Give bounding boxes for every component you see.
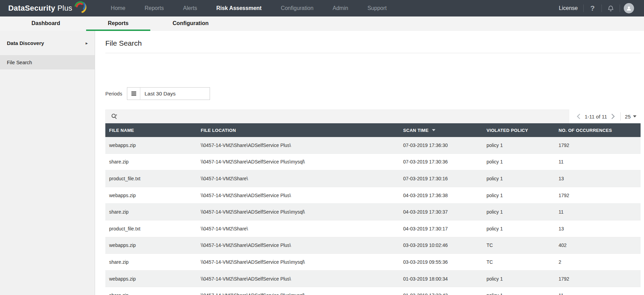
periods-label: Periods [105,91,122,97]
cell-violated-policy: policy 1 [487,176,559,181]
cell-violated-policy: policy 1 [487,276,559,282]
top-navbar: DataSecurity Plus Home Reports Alerts Ri… [0,0,644,16]
previous-page-icon[interactable] [574,114,583,119]
cell-scan-time: 01-03-2019 18:00:34 [403,276,487,282]
sidebar: Data Discovery ▸ File Search [0,31,95,295]
cell-file-location: \\0457-14-VM2\Share\ [201,176,403,181]
secondary-tabs: Dashboard Reports Configuration [0,16,644,31]
next-page-icon[interactable] [608,114,618,119]
topnav-item[interactable]: Home [101,0,135,16]
topnav-item[interactable]: Admin [323,0,358,16]
table-row: product_file.txt \\0457-14-VM2\Share\ 07… [105,170,641,187]
secondary-tab[interactable]: Dashboard [14,16,78,31]
topnav-item[interactable]: Risk Assessment [207,0,271,16]
secondary-tab[interactable]: Configuration [159,16,223,31]
cell-file-name: share.zip [105,259,201,265]
app-logo-text: DataSecurity Plus [8,4,72,13]
sidebar-item-file-search[interactable]: File Search [0,56,95,69]
cell-occurrences: 402 [559,242,641,248]
table-row: share.zip \\0457-14-VM2\Share\ADSelfServ… [105,287,641,295]
cell-file-location: \\0457-14-VM2\Share\ADSelfService Plus\ [201,276,403,282]
cell-file-location: \\0457-14-VM2\Share\ADSelfService Plus\m… [201,293,403,295]
results-table: FILE NAME FILE LOCATION SCAN TIME VIOLAT… [105,123,641,295]
cell-violated-policy: policy 1 [487,143,559,148]
cell-file-location: \\0457-14-VM2\Share\ADSelfService Plus\ [201,193,403,198]
table-toolbar: 1-11 of 11 25 [105,110,641,123]
table-row: share.zip \\0457-14-VM2\Share\ADSelfServ… [105,204,641,220]
table-row: webapps.zip \\0457-14-VM2\Share\ADSelfSe… [105,187,641,204]
cell-file-name: webapps.zip [105,276,201,282]
sidebar-group-data-discovery[interactable]: Data Discovery ▸ [0,31,95,56]
cell-file-name: product_file.txt [105,176,201,181]
main-content: File Search Periods Last 30 Days [95,31,644,295]
table-row: share.zip \\0457-14-VM2\Share\ADSelfServ… [105,254,641,271]
cell-file-location: \\0457-14-VM2\Share\ [201,226,403,231]
cell-violated-policy: policy 1 [487,209,559,215]
column-header-occurrences[interactable]: NO. OF OCCURRENCES [559,128,641,133]
license-link[interactable]: License [553,5,583,11]
cell-file-name: share.zip [105,293,201,295]
column-header-scan-time[interactable]: SCAN TIME [403,128,487,133]
cell-file-name: webapps.zip [105,193,201,198]
chevron-down-icon [633,115,636,117]
cell-occurrences: 1792 [559,276,641,282]
table-body: webapps.zip \\0457-14-VM2\Share\ADSelfSe… [105,137,641,295]
topnav-item[interactable]: Configuration [271,0,323,16]
topnav-item[interactable]: Reports [135,0,174,16]
table-row: webapps.zip \\0457-14-VM2\Share\ADSelfSe… [105,137,641,154]
search-icon[interactable] [110,113,118,120]
page-size-value: 25 [625,114,631,120]
column-header-file-name[interactable]: FILE NAME [105,128,201,133]
help-icon[interactable]: ? [584,4,601,12]
app-window: DataSecurity Plus Home Reports Alerts Ri… [0,0,644,295]
periods-row: Periods Last 30 Days [105,87,641,100]
cell-scan-time: 04-03-2019 17:30:37 [403,209,487,215]
cell-scan-time: 03-03-2019 09:55:36 [403,259,487,265]
periods-selector[interactable]: Last 30 Days [127,87,210,100]
cell-file-name: product_file.txt [105,226,201,231]
notification-bell-icon[interactable] [602,5,620,12]
cell-occurrences: 2 [559,259,641,265]
cell-file-location: \\0457-14-VM2\Share\ADSelfService Plus\ [201,242,403,248]
cell-violated-policy: TC [487,259,559,265]
app-logo[interactable]: DataSecurity Plus [0,3,87,14]
column-header-file-location[interactable]: FILE LOCATION [201,128,403,133]
cell-violated-policy: policy 1 [487,159,559,164]
cell-violated-policy: policy 1 [487,226,559,231]
cell-occurrences: 1792 [559,193,641,198]
cell-scan-time: 03-03-2019 10:02:46 [403,242,487,248]
column-header-violated-policy[interactable]: VIOLATED POLICY [487,128,559,133]
cell-scan-time: 07-03-2019 17:30:16 [403,176,487,181]
page-title: File Search [105,39,641,47]
user-avatar[interactable] [620,3,638,13]
calendar-icon [127,88,140,100]
cell-file-location: \\0457-14-VM2\Share\ADSelfService Plus\m… [201,259,403,265]
table-search-strip [105,110,569,123]
secondary-tab[interactable]: Reports [86,16,150,31]
cell-file-name: share.zip [105,209,201,215]
cell-file-name: webapps.zip [105,242,201,248]
primary-nav: Home Reports Alerts Risk Assessment Conf… [101,0,396,16]
cell-violated-policy: policy 1 [487,293,559,295]
topnav-item[interactable]: Alerts [174,0,207,16]
cell-file-name: share.zip [105,159,201,164]
cell-scan-time: 01-03-2019 17:32:43 [403,293,487,295]
periods-value: Last 30 Days [140,91,175,97]
sort-desc-icon [432,129,435,131]
table-header: FILE NAME FILE LOCATION SCAN TIME VIOLAT… [105,123,641,137]
chevron-right-icon: ▸ [85,41,88,46]
cell-occurrences: 13 [559,176,641,181]
page-size-select[interactable]: 25 [625,114,639,120]
cell-scan-time: 04-03-2019 17:36:38 [403,193,487,198]
cell-occurrences: 11 [559,159,641,164]
table-row: webapps.zip \\0457-14-VM2\Share\ADSelfSe… [105,271,641,287]
table-row: webapps.zip \\0457-14-VM2\Share\ADSelfSe… [105,237,641,254]
cell-occurrences: 11 [559,293,641,295]
sidebar-group-label: Data Discovery [7,40,44,46]
pagination: 1-11 of 11 25 [569,110,641,123]
logo-swirl-icon [73,0,87,14]
cell-file-location: \\0457-14-VM2\Share\ADSelfService Plus\ [201,143,403,148]
topnav-item[interactable]: Support [358,0,396,16]
cell-violated-policy: TC [487,242,559,248]
table-row: product_file.txt \\0457-14-VM2\Share\ 04… [105,220,641,237]
